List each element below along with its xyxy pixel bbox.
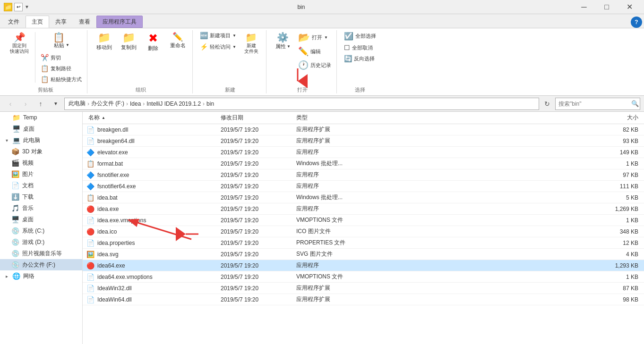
sidebar-item-temp[interactable]: 📁 Temp (0, 112, 82, 123)
edit-icon: ✏️ (298, 46, 309, 57)
select-group-label: 选择 (355, 84, 365, 93)
file-row-idea-exe[interactable]: 🔴 idea.exe 2019/5/7 19:20 应用程序 1,269 KB (83, 203, 644, 215)
title-bar: 📁 ↩ ▼ bin ─ □ ✕ (0, 0, 644, 14)
open-icon: 📂 (298, 32, 310, 43)
sidebar-item-sysc[interactable]: 💿 系统 (C:) (0, 225, 82, 236)
header-name[interactable]: 名称 ▲ (86, 114, 219, 122)
select-none-label: 全部取消 (352, 44, 373, 51)
tab-view[interactable]: 查看 (73, 16, 96, 28)
file-name-text-format-bat: format.bat (97, 160, 123, 167)
sidebar-item-photos[interactable]: 💿 照片视频音乐等 (0, 248, 82, 259)
paste-link-button[interactable]: 📋 粘贴快捷方式 (38, 74, 84, 84)
paste-button[interactable]: 📋 粘贴 ▼ (38, 30, 84, 51)
select-all-button[interactable]: ☑️ 全部选择 (342, 30, 378, 42)
header-type[interactable]: 类型 (294, 114, 370, 122)
sidebar-label-downloads: 下载 (22, 193, 34, 201)
delete-icon: ✖ (148, 33, 158, 44)
file-row-ideawin32[interactable]: 📄 IdeaWin32.dll 2019/5/7 19:20 应用程序扩展 87… (83, 283, 644, 294)
edit-label: 编辑 (310, 48, 321, 55)
file-row-format-bat[interactable]: 📋 format.bat 2019/5/7 19:20 Windows 批处理.… (83, 158, 644, 169)
file-row-breakgen[interactable]: 📄 breakgen.dll 2019/5/7 19:20 应用程序扩展 82 … (83, 124, 644, 135)
file-row-idea-exe-vmoptions[interactable]: 📄 idea.exe.vmoptions 2019/5/7 19:20 VMOP… (83, 215, 644, 226)
refresh-button[interactable]: ↻ (541, 98, 553, 110)
sidebar-item-docs[interactable]: 📄 文档 (0, 180, 82, 191)
sidebar-item-gamed[interactable]: 💿 游戏 (D:) (0, 236, 82, 248)
cut-button[interactable]: ✂️ 剪切 (38, 52, 84, 63)
sidebar-item-music[interactable]: 🎵 音乐 (0, 202, 82, 214)
paste-link-icon: 📋 (41, 76, 49, 83)
sidebar-item-thispc[interactable]: ▾ 💻 此电脑 (0, 134, 82, 146)
toggle-network: ▸ (4, 274, 9, 279)
select-none-button[interactable]: ☐ 全部取消 (342, 42, 378, 53)
photos-icon: 💿 (11, 250, 19, 257)
file-name-text-ideawin64: IdeaWin64.dll (97, 296, 132, 303)
sidebar-item-desktop1[interactable]: 🖥️ 桌面 (0, 123, 82, 134)
file-name-idea-svg: 🖼️ idea.svg (86, 251, 219, 258)
breadcrumb-bar[interactable]: 此电脑 › 办公文件 (F:) › Idea › IntelliJ IDEA 2… (64, 98, 539, 110)
forward-button[interactable]: › (19, 97, 32, 110)
organize-label: 组织 (136, 84, 146, 93)
pin-to-quickaccess-button[interactable]: 📌 固定到快速访问 (7, 30, 32, 57)
sidebar-item-downloads[interactable]: ⬇️ 下载 (0, 191, 82, 202)
sidebar-item-desktop2[interactable]: 🖥️ 桌面 (0, 214, 82, 225)
header-size[interactable]: 大小 (370, 114, 640, 122)
search-input[interactable] (558, 101, 629, 107)
edit-button[interactable]: ✏️ 编辑 (296, 45, 334, 58)
file-type-elevator: 应用程序 (294, 148, 370, 156)
maximize-button[interactable]: □ (596, 0, 618, 14)
sidebar-item-3d[interactable]: 📦 3D 对象 (0, 146, 82, 157)
organize-content: 📁 移动到 📁 复制到 ✖ 删除 ✏️ 重命名 (92, 30, 189, 84)
file-icon-fsnotifier: 🔷 (86, 171, 94, 179)
tab-home[interactable]: 主页 (26, 16, 49, 28)
minimize-button[interactable]: ─ (573, 0, 595, 14)
sidebar-item-network[interactable]: ▸ 🌐 网络 (0, 270, 82, 282)
new-folder-button[interactable]: 📁 新建文件夹 (240, 30, 263, 57)
close-button[interactable]: ✕ (618, 0, 640, 14)
tab-apptools[interactable]: 应用程序工具 (96, 16, 143, 28)
quick-access-icon-2[interactable]: ↩ (14, 3, 23, 11)
file-row-idea-properties[interactable]: 📄 idea.properties 2019/5/7 19:20 PROPERT… (83, 237, 644, 249)
new-item-button[interactable]: 🆕 新建项目 ▼ (197, 30, 239, 41)
tab-file[interactable]: 文件 (2, 16, 26, 28)
delete-button[interactable]: ✖ 删除 (141, 30, 165, 54)
file-row-idea64-exe-vmoptions[interactable]: 📄 idea64.exe.vmoptions 2019/5/7 19:20 VM… (83, 271, 644, 283)
file-date-idea64-exe-vmoptions: 2019/5/7 19:20 (219, 274, 294, 280)
music-icon: 🎵 (11, 204, 19, 212)
header-date[interactable]: 修改日期 (219, 114, 294, 122)
file-type-breakgen: 应用程序扩展 (294, 126, 370, 134)
file-date-ideawin64: 2019/5/7 19:20 (219, 296, 294, 303)
file-row-idea64-exe[interactable]: 🔴 idea64.exe 2019/5/7 19:20 应用程序 1,293 K… (83, 260, 644, 271)
breadcrumb-bin: bin (206, 101, 214, 107)
file-row-idea-svg[interactable]: 🖼️ idea.svg 2019/5/7 19:20 SVG 图片文件 4 KB (83, 249, 644, 260)
help-button[interactable]: ? (631, 17, 642, 28)
rename-button[interactable]: ✏️ 重命名 (166, 30, 189, 51)
history-button[interactable]: 🕐 历史记录 (296, 59, 334, 72)
easy-access-button[interactable]: ⚡ 轻松访问 ▼ (197, 42, 239, 52)
open-button[interactable]: 📂 打开 ▼ (296, 30, 334, 44)
path-icon: 📋 (41, 65, 49, 72)
sidebar-item-officef[interactable]: 💿 办公文件 (F:) (0, 259, 82, 270)
file-date-format-bat: 2019/5/7 19:20 (219, 160, 294, 167)
tab-share[interactable]: 共享 (49, 16, 73, 28)
recent-locations-button[interactable]: ▼ (49, 97, 62, 110)
properties-button[interactable]: ⚙️ 属性 ▼ (271, 30, 295, 52)
back-button[interactable]: ‹ (4, 97, 17, 110)
file-row-breakgen64[interactable]: 📄 breakgen64.dll 2019/5/7 19:20 应用程序扩展 9… (83, 135, 644, 147)
copy-path-button[interactable]: 📋 复制路径 (38, 63, 84, 74)
quick-access-icon-1[interactable]: 📁 (4, 3, 12, 11)
file-row-idea-ico[interactable]: 🔴 idea.ico 2019/5/7 19:20 ICO 图片文件 348 K… (83, 226, 644, 237)
file-row-ideawin64[interactable]: 📄 IdeaWin64.dll 2019/5/7 19:20 应用程序扩展 98… (83, 294, 644, 305)
up-button[interactable]: ↑ (34, 97, 47, 110)
file-row-fsnotifier[interactable]: 🔷 fsnotifier.exe 2019/5/7 19:20 应用程序 97 … (83, 169, 644, 181)
invert-selection-button[interactable]: 🔄 反向选择 (342, 53, 378, 64)
title-bar-expand-btn[interactable]: ▼ (25, 4, 29, 9)
move-to-button[interactable]: 📁 移动到 (92, 30, 116, 53)
file-row-elevator[interactable]: 🔷 elevator.exe 2019/5/7 19:20 应用程序 149 K… (83, 147, 644, 158)
sidebar-item-video[interactable]: 🎬 视频 (0, 157, 82, 168)
file-name-text-idea-bat: idea.bat (97, 194, 118, 201)
sidebar-item-pictures[interactable]: 🖼️ 图片 (0, 168, 82, 180)
file-row-idea-bat[interactable]: 📋 idea.bat 2019/5/7 19:20 Windows 批处理...… (83, 192, 644, 203)
sep3: › (143, 101, 145, 107)
copy-to-button[interactable]: 📁 复制到 (117, 30, 140, 53)
file-row-fsnotifier64[interactable]: 🔷 fsnotifier64.exe 2019/5/7 19:20 应用程序 1… (83, 181, 644, 192)
